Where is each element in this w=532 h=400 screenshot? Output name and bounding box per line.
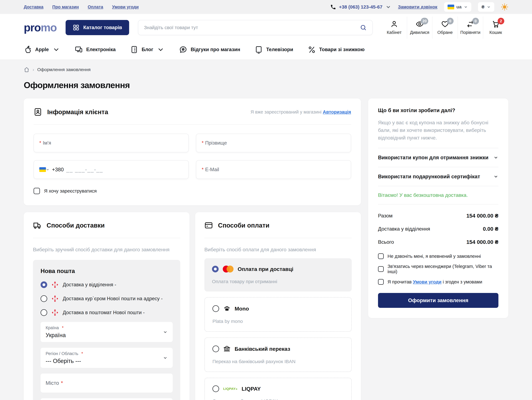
user-icon bbox=[390, 20, 398, 28]
payment-title: Способи оплати bbox=[218, 222, 269, 229]
np-address-input[interactable]: Адреса відділення НП * bbox=[41, 398, 173, 400]
email-field[interactable]: * E-Mail bbox=[196, 160, 351, 179]
chevron-down-icon bbox=[385, 4, 391, 10]
bank-icon bbox=[223, 345, 230, 352]
nav-tv[interactable]: Телевізори bbox=[255, 46, 293, 54]
register-checkbox-row[interactable]: Я хочу зареєструватися bbox=[34, 188, 351, 194]
no-call-checkbox[interactable] bbox=[378, 253, 384, 259]
city-input[interactable]: Місто * bbox=[41, 374, 173, 393]
country-select[interactable]: Країна * Україна bbox=[41, 322, 173, 342]
checkout-left-column: Інформація клієнта Я вже зареєстрований … bbox=[24, 99, 361, 400]
phone-icon bbox=[330, 4, 336, 10]
favorites-badge: 0 bbox=[447, 18, 454, 24]
payment-option-cod[interactable]: Оплата при доставці Оплата товару при от… bbox=[204, 258, 352, 292]
messenger-checkbox[interactable] bbox=[378, 266, 384, 272]
register-checkbox[interactable] bbox=[34, 188, 40, 194]
callback-link[interactable]: Замовити дзвінок bbox=[398, 4, 437, 10]
certificate-accordion[interactable]: Використати подарунковий сертифікат bbox=[378, 167, 498, 186]
nova-poshta-icon bbox=[51, 281, 59, 288]
favorites-button[interactable]: 0 Обране bbox=[432, 17, 457, 39]
terms-checkbox-row[interactable]: Я прочитавУмови угодиі згоден з умовами bbox=[378, 279, 498, 285]
breadcrumb: › Оформлення замовлення bbox=[24, 67, 508, 73]
divider bbox=[34, 125, 351, 125]
currency-selector[interactable]: ₴ bbox=[478, 2, 494, 12]
delivery-option-postomat[interactable]: Доставка в поштомат Нової пошти - bbox=[41, 309, 173, 316]
nav-blog[interactable]: Блог bbox=[130, 46, 165, 54]
list-icon bbox=[130, 46, 138, 54]
link-about[interactable]: Про магазин bbox=[52, 5, 79, 10]
registered-text: Я вже зареєстрований у магазині Авториза… bbox=[250, 109, 351, 115]
credit-card-icon bbox=[204, 221, 213, 230]
coupon-accordion[interactable]: Використати купон для отримання знижки bbox=[378, 148, 498, 167]
header: promo Каталог товарів Кабінет 20 Дивилис… bbox=[0, 14, 532, 41]
radio-unselected[interactable] bbox=[41, 295, 47, 302]
payment-intro: Виберіть спосіб оплати для даного замовл… bbox=[204, 247, 352, 253]
liqpay-icon: LIQPAY» bbox=[223, 387, 237, 391]
nova-poshta-group: Нова пошта Доставка у відділення - Доста… bbox=[33, 260, 180, 400]
link-delivery[interactable]: Доставка bbox=[24, 5, 43, 10]
id-card-icon bbox=[34, 108, 42, 116]
logo[interactable]: promo bbox=[24, 21, 57, 34]
cart-button[interactable]: 2 Кошик bbox=[483, 17, 508, 39]
payment-option-liqpay[interactable]: LIQPAY» LIQPAY Оплата онлайн через LIQPA… bbox=[204, 378, 352, 400]
compare-button[interactable]: 0 Порівняти bbox=[457, 17, 483, 39]
search-icon[interactable] bbox=[360, 24, 367, 31]
radio-unselected[interactable] bbox=[212, 385, 219, 392]
radio-unselected[interactable] bbox=[212, 345, 219, 352]
customer-info-title-row: Інформація клієнта bbox=[34, 108, 108, 116]
search-input[interactable] bbox=[144, 25, 360, 30]
language-selector[interactable]: ua bbox=[444, 2, 471, 12]
breadcrumb-separator: › bbox=[33, 67, 34, 72]
link-payment[interactable]: Оплата bbox=[88, 5, 103, 10]
nav-discounts[interactable]: Товари зі знижкою bbox=[308, 46, 365, 54]
main-navigation: Apple Електроніка Блог Відгуки про магаз… bbox=[0, 41, 532, 60]
breadcrumb-current: Оформлення замовлення bbox=[37, 67, 90, 72]
account-button[interactable]: Кабінет bbox=[381, 17, 407, 39]
last-name-field[interactable]: * Прізвище bbox=[196, 134, 351, 152]
radio-selected[interactable] bbox=[212, 266, 219, 272]
nova-poshta-icon bbox=[51, 309, 59, 316]
checkout-page: › Оформлення замовлення Оформлення замов… bbox=[0, 67, 532, 400]
messenger-checkbox-row[interactable]: Зв'язатись через месенджери (Telegram, V… bbox=[378, 264, 498, 274]
topbar: Доставка Про магазин Оплата Умови угоди … bbox=[0, 0, 532, 14]
radio-unselected[interactable] bbox=[212, 305, 219, 312]
nav-reviews[interactable]: Відгуки про магазин bbox=[179, 46, 240, 54]
country-value: Україна bbox=[46, 332, 66, 338]
login-link[interactable]: Авторизація bbox=[323, 109, 351, 114]
language-value: ua bbox=[456, 4, 462, 10]
delivery-option-courier[interactable]: Доставка кур`єром Нової пошти на адресу … bbox=[41, 295, 173, 302]
payment-option-mono[interactable]: Mono Plata by mono bbox=[204, 297, 352, 332]
terms-link[interactable]: Умови угоди bbox=[413, 279, 442, 284]
delivery-option-branch[interactable]: Доставка у відділення - bbox=[41, 281, 173, 288]
home-icon[interactable] bbox=[24, 67, 30, 73]
viewed-button[interactable]: 20 Дивилися bbox=[407, 17, 432, 39]
first-name-field[interactable]: * Ім'я bbox=[34, 134, 189, 152]
chevron-down-icon bbox=[46, 168, 50, 171]
radio-selected[interactable] bbox=[41, 281, 47, 288]
nav-apple[interactable]: Apple bbox=[24, 46, 60, 54]
total-row-grand-total: Всього 154 000.00 ₴ bbox=[378, 236, 498, 249]
delivery-title: Способи доставки bbox=[47, 222, 105, 229]
no-call-checkbox-row[interactable]: Не дзвоніть мені, я впевнений у замовлен… bbox=[378, 253, 498, 259]
tv-icon bbox=[255, 46, 263, 54]
phone-dropdown[interactable]: +38 (063) 123-45-67 bbox=[330, 4, 391, 10]
terms-checkbox[interactable] bbox=[378, 279, 384, 285]
phone-field[interactable]: +380 __ ___-__-__ bbox=[34, 160, 189, 179]
payment-title-row: Способи оплати bbox=[204, 221, 352, 230]
cart-badge: 2 bbox=[498, 18, 504, 24]
customer-info-card: Інформація клієнта Я вже зареєстрований … bbox=[24, 99, 361, 205]
phone-number: +38 (063) 123-45-67 bbox=[339, 4, 382, 10]
catalog-button[interactable]: Каталог товарів bbox=[66, 20, 129, 35]
theme-toggle[interactable] bbox=[501, 3, 508, 11]
payment-option-bank-transfer[interactable]: Банківський переказ Переказ на банківськ… bbox=[204, 338, 352, 372]
region-select[interactable]: Регіон / Область * --- Оберіть --- bbox=[41, 348, 173, 368]
nav-electronics[interactable]: Електроніка bbox=[75, 46, 116, 54]
link-terms[interactable]: Умови угоди bbox=[112, 5, 139, 10]
totals: Разом 154 000.00 ₴ Доставка у відділення… bbox=[378, 204, 498, 249]
grid-icon bbox=[73, 24, 80, 31]
ukraine-flag-icon[interactable] bbox=[39, 167, 46, 172]
place-order-button[interactable]: Оформити замовлення bbox=[378, 293, 498, 308]
payment-methods-card: Способи оплати Виберіть спосіб оплати дл… bbox=[195, 212, 361, 400]
topbar-links: Доставка Про магазин Оплата Умови угоди bbox=[24, 5, 139, 10]
radio-unselected[interactable] bbox=[41, 309, 47, 316]
